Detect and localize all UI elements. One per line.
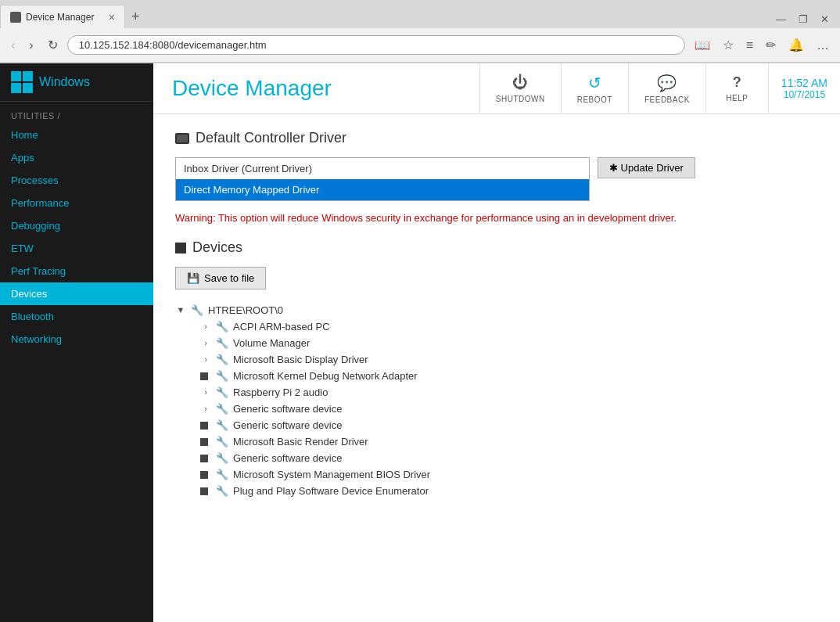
nav-bar: ‹ › ↻ 📖 ☆ ≡ ✏ 🔔 …	[0, 28, 840, 63]
sidebar-item-debugging[interactable]: Debugging	[0, 214, 153, 237]
square-icon	[200, 438, 208, 446]
list-item[interactable]: 🔧 Plug and Play Software Device Enumerat…	[200, 483, 818, 499]
reboot-button[interactable]: ↺ REBOOT	[561, 63, 628, 113]
device-icon: 🔧	[216, 436, 228, 448]
save-label: Save to file	[204, 272, 254, 284]
device-label: Microsoft System Management BIOS Driver	[233, 469, 430, 480]
device-label: Generic software device	[233, 403, 342, 415]
devices-icon	[175, 243, 186, 253]
tab-close-button[interactable]: ×	[109, 11, 115, 23]
device-icon: 🔧	[216, 419, 228, 431]
chevron-icon[interactable]: ›	[200, 354, 211, 365]
window-close-button[interactable]: ✕	[816, 10, 834, 28]
minimize-button[interactable]: —	[771, 10, 791, 28]
sidebar-item-performance[interactable]: Performance	[0, 192, 153, 214]
list-item[interactable]: › 🔧 Volume Manager	[200, 335, 818, 351]
driver-list: Inbox Driver (Current Driver) Direct Mem…	[175, 157, 590, 201]
sidebar-item-bluetooth[interactable]: Bluetooth	[0, 305, 153, 328]
save-to-file-button[interactable]: 💾 Save to file	[175, 267, 266, 289]
new-tab-button[interactable]: +	[125, 9, 146, 25]
sidebar-item-apps[interactable]: Apps	[0, 146, 153, 169]
list-item[interactable]: 🔧 Microsoft Kernel Debug Network Adapter	[200, 368, 818, 384]
favorites-button[interactable]: ☆	[718, 34, 738, 56]
header-actions: ⏻ SHUTDOWN ↺ REBOOT 💬 FEEDBACK ? HELP 11…	[479, 63, 840, 113]
sidebar-item-home[interactable]: Home	[0, 124, 153, 146]
back-button[interactable]: ‹	[6, 35, 20, 56]
shutdown-button[interactable]: ⏻ SHUTDOWN	[479, 63, 561, 113]
sidebar-item-devices[interactable]: Devices	[0, 282, 153, 305]
sidebar-header: Windows	[0, 63, 153, 102]
notifications-button[interactable]: 🔔	[784, 34, 809, 56]
default-controller-section: Default Controller Driver Inbox Driver (…	[175, 130, 818, 224]
notes-button[interactable]: ✏	[761, 34, 781, 56]
device-icon: 🔧	[216, 469, 228, 480]
reboot-label: REBOOT	[577, 95, 612, 104]
device-icon: 🔧	[216, 387, 228, 398]
device-label: Generic software device	[233, 419, 342, 431]
page: Windows UTILITIES / Home Apps Processes …	[0, 63, 840, 622]
shutdown-icon: ⏻	[512, 74, 528, 92]
driver-option-inbox[interactable]: Inbox Driver (Current Driver)	[176, 158, 589, 179]
root-device-icon: 🔧	[191, 304, 203, 316]
forward-button[interactable]: ›	[24, 35, 38, 56]
tab-bar: Device Manager × + — ❐ ✕	[0, 0, 840, 28]
driver-warning-text: Warning: This option will reduce Windows…	[175, 212, 785, 224]
app-title-text: Device Manager	[172, 76, 332, 101]
device-label: Microsoft Basic Display Driver	[233, 354, 368, 365]
device-icon: 🔧	[216, 403, 228, 415]
svg-rect-3	[23, 83, 33, 93]
sidebar-item-etw[interactable]: ETW	[0, 237, 153, 260]
save-icon: 💾	[187, 272, 199, 284]
device-icon: 🔧	[216, 452, 228, 464]
feedback-button[interactable]: 💬 FEEDBACK	[628, 63, 705, 113]
update-driver-button[interactable]: ✱ Update Driver	[598, 157, 695, 178]
sidebar-item-perf-tracing[interactable]: Perf Tracing	[0, 260, 153, 282]
tab-title: Device Manager	[26, 12, 94, 23]
controller-icon	[175, 133, 189, 144]
refresh-button[interactable]: ↻	[43, 34, 63, 56]
list-item[interactable]: 🔧 Generic software device	[200, 450, 818, 466]
list-item[interactable]: › 🔧 Generic software device	[200, 401, 818, 417]
svg-rect-6	[175, 243, 186, 253]
address-bar[interactable]	[67, 35, 685, 55]
reading-view-button[interactable]: 📖	[690, 34, 715, 56]
square-icon	[200, 422, 208, 430]
svg-rect-5	[177, 135, 188, 142]
svg-rect-0	[11, 71, 21, 81]
driver-option-direct-memory[interactable]: Direct Memory Mapped Driver	[176, 179, 589, 200]
list-item[interactable]: 🔧 Microsoft Basic Render Driver	[200, 433, 818, 450]
chevron-icon[interactable]: ›	[200, 338, 211, 349]
sidebar-nav: UTILITIES / Home Apps Processes Performa…	[0, 102, 153, 354]
square-icon	[200, 455, 208, 462]
list-item[interactable]: › 🔧 Microsoft Basic Display Driver	[200, 351, 818, 368]
device-label: Raspberry Pi 2 audio	[233, 387, 328, 398]
root-chevron-icon[interactable]: ▼	[175, 305, 186, 316]
list-item[interactable]: 🔧 Generic software device	[200, 417, 818, 433]
more-button[interactable]: …	[812, 34, 834, 56]
list-item[interactable]: 🔧 Microsoft System Management BIOS Drive…	[200, 466, 818, 483]
list-item[interactable]: › 🔧 Raspberry Pi 2 audio	[200, 384, 818, 401]
sidebar-section-label: UTILITIES /	[0, 108, 153, 124]
device-label: Microsoft Kernel Debug Network Adapter	[233, 370, 418, 382]
content-area: Default Controller Driver Inbox Driver (…	[153, 114, 840, 515]
driver-options: Inbox Driver (Current Driver) Direct Mem…	[176, 158, 589, 200]
device-icon: 🔧	[216, 485, 228, 497]
controller-section-title: Default Controller Driver	[175, 130, 818, 146]
maximize-button[interactable]: ❐	[794, 10, 813, 28]
chevron-icon[interactable]: ›	[200, 322, 211, 333]
devices-section: Devices 💾 Save to file ▼ 🔧 HTREE\ROOT\0	[175, 239, 818, 499]
feedback-icon: 💬	[657, 74, 677, 92]
hub-button[interactable]: ≡	[741, 34, 758, 56]
tree-root-item[interactable]: ▼ 🔧 HTREE\ROOT\0	[175, 302, 818, 318]
device-icon: 🔧	[216, 370, 228, 382]
list-item[interactable]: › 🔧 ACPI ARM-based PC	[200, 318, 818, 335]
sidebar-item-networking[interactable]: Networking	[0, 328, 153, 351]
help-button[interactable]: ? HELP	[705, 63, 768, 113]
active-tab[interactable]: Device Manager ×	[0, 5, 125, 28]
browser-chrome: Device Manager × + — ❐ ✕ ‹ › ↻ 📖 ☆ ≡ ✏ 🔔…	[0, 0, 840, 63]
chevron-icon[interactable]: ›	[200, 387, 211, 398]
sidebar-item-processes[interactable]: Processes	[0, 169, 153, 192]
svg-rect-1	[23, 71, 33, 81]
feedback-label: FEEDBACK	[644, 95, 690, 104]
chevron-icon[interactable]: ›	[200, 404, 211, 415]
